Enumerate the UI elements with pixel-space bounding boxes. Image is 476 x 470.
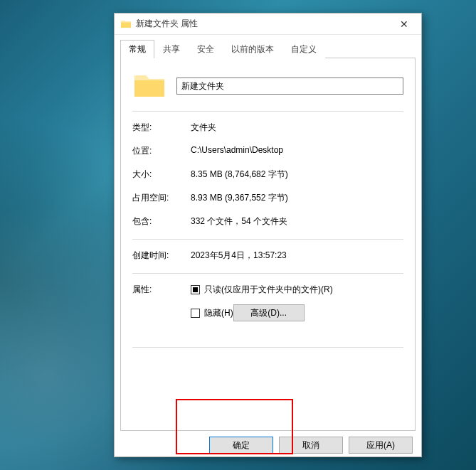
label-contains: 包含: xyxy=(132,215,191,228)
value-contains: 332 个文件，54 个文件夹 xyxy=(191,215,403,228)
tab-panel-general: 类型:文件夹 位置:C:\Users\admin\Desktop 大小:8.35… xyxy=(120,58,416,431)
advanced-button[interactable]: 高级(D)... xyxy=(233,304,305,321)
tab-row: 常规 共享 安全 以前的版本 自定义 xyxy=(115,36,421,58)
tab-share[interactable]: 共享 xyxy=(154,40,189,58)
label-size: 大小: xyxy=(132,169,191,181)
apply-button[interactable]: 应用(A) xyxy=(349,437,413,454)
dialog-buttons: 确定 取消 应用(A) xyxy=(115,437,421,462)
value-size-on-disk: 8.93 MB (9,367,552 字节) xyxy=(191,192,403,204)
close-button[interactable]: ✕ xyxy=(388,14,420,34)
tab-previous-versions[interactable]: 以前的版本 xyxy=(223,40,282,58)
label-location: 位置: xyxy=(132,145,191,157)
properties-window: 新建文件夹 属性 ✕ 常规 共享 安全 以前的版本 自定义 类型:文件夹 位置:… xyxy=(114,13,422,457)
label-attributes: 属性: xyxy=(132,284,191,330)
tab-custom[interactable]: 自定义 xyxy=(282,40,325,58)
label-type: 类型: xyxy=(132,122,191,134)
checkbox-hidden[interactable] xyxy=(191,309,200,318)
cancel-button[interactable]: 取消 xyxy=(279,437,343,454)
label-hidden: 隐藏(H) xyxy=(204,307,233,319)
folder-icon xyxy=(120,18,132,30)
divider xyxy=(132,239,403,240)
label-readonly: 只读(仅应用于文件夹中的文件)(R) xyxy=(204,284,333,296)
value-type: 文件夹 xyxy=(191,122,403,134)
tab-general[interactable]: 常规 xyxy=(120,40,154,58)
value-size: 8.35 MB (8,764,682 字节) xyxy=(191,169,403,181)
divider xyxy=(132,273,403,274)
label-created: 创建时间: xyxy=(132,250,191,262)
folder-large-icon xyxy=(132,71,166,101)
titlebar[interactable]: 新建文件夹 属性 ✕ xyxy=(115,14,421,35)
label-size-on-disk: 占用空间: xyxy=(132,192,191,204)
value-location: C:\Users\admin\Desktop xyxy=(191,145,403,157)
divider xyxy=(132,347,403,348)
close-icon: ✕ xyxy=(400,18,408,30)
tab-security[interactable]: 安全 xyxy=(189,40,223,58)
value-created: 2023年5月4日，13:57:23 xyxy=(191,250,403,262)
folder-name-input[interactable] xyxy=(176,78,403,95)
checkbox-readonly[interactable] xyxy=(191,285,200,294)
ok-button[interactable]: 确定 xyxy=(209,437,273,454)
window-title: 新建文件夹 属性 xyxy=(136,18,388,30)
divider xyxy=(132,111,403,112)
